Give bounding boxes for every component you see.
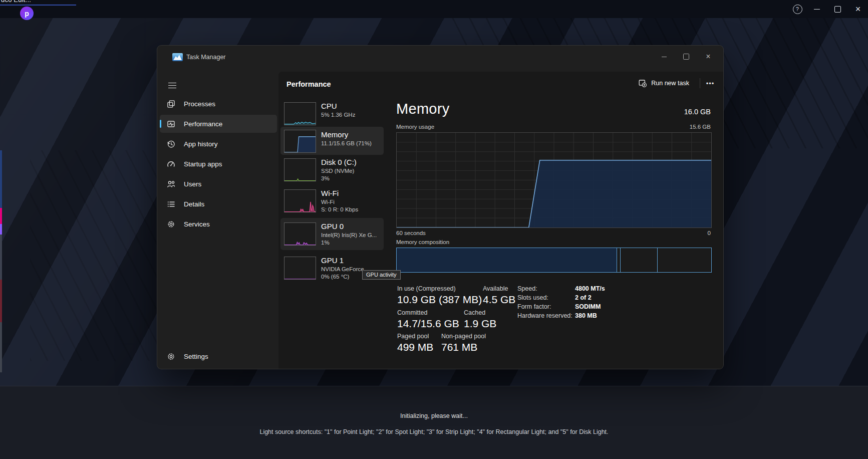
app-logo-letter: p [25,10,29,18]
help-button[interactable]: ? [787,0,807,18]
tm-maximize-button[interactable] [675,49,697,65]
app-history-icon [167,140,175,148]
edge-sliver [0,235,2,280]
edge-sliver [0,150,2,208]
gpu0-sparkline [284,222,316,246]
stat-label: Committed [397,309,427,316]
maximize-icon [683,54,689,60]
run-new-task-label: Run new task [651,80,689,87]
active-tab-underline [0,5,76,6]
composition-segment-in-use [397,248,617,272]
metric-detail: Wi-Fi [321,198,382,206]
sidebar-item-settings[interactable]: Settings [160,347,277,365]
users-icon [167,180,175,188]
memory-composition-label: Memory composition [396,239,449,245]
viewport-status-panel: Initializing, please wait... Light sourc… [0,386,868,459]
metric-title: Disk 0 (C:) [321,157,382,167]
metric-title: GPU 1 [321,256,382,266]
metric-title: GPU 0 [321,221,382,232]
app-titlebar: dco Edit... ? × [0,0,868,18]
close-icon: × [855,5,861,14]
maximize-icon [834,6,841,13]
gpu1-sparkline [284,257,316,280]
app-logo: p [20,7,34,20]
run-new-task-icon [639,79,647,87]
task-manager-app-icon [172,53,183,61]
detail-label: Speed: [517,285,537,292]
edge-sliver [0,322,2,372]
app-window-title: dco Edit... [1,0,31,4]
detail-label: Slots used: [517,294,548,301]
metric-detail: 11.1/15.6 GB (71%) [321,140,382,147]
app-maximize-button[interactable] [827,0,847,18]
stat-value: 499 MB [397,341,433,353]
sidebar-item-label: Processes [184,100,215,108]
task-manager-caption-buttons: × [653,49,719,65]
sidebar-item-startup-apps[interactable]: Startup apps [160,155,277,173]
metric-detail: 3% [321,175,382,182]
sidebar-item-label: App history [184,140,218,148]
stat-label: Cached [464,309,485,316]
performance-pane: Performance Run new task ••• CPU [278,72,723,369]
edge-sliver [0,208,2,224]
composition-segment-standby [621,248,658,272]
sidebar-item-label: Services [184,220,210,228]
metric-title: Memory [321,130,382,140]
metric-row-cpu[interactable]: CPU 5% 1.36 GHz [280,100,384,126]
metric-row-wifi[interactable]: Wi-Fi Wi-Fi S: 0 R: 0 Kbps [280,186,384,216]
sidebar-item-details[interactable]: Details [160,195,277,213]
tm-close-button[interactable]: × [697,49,719,65]
run-new-task-button[interactable]: Run new task [634,76,694,91]
memory-capacity: 16.0 GB [396,108,711,116]
metric-title: Wi-Fi [321,188,382,198]
stat-label: Available [483,285,508,292]
sidebar-item-label: Settings [184,353,208,360]
app-close-button[interactable]: × [848,0,868,18]
gear-icon [167,352,175,361]
tm-minimize-button[interactable] [653,49,675,65]
stat-value: 4.5 GB [483,294,515,306]
status-initializing: Initializing, please wait... [0,412,868,419]
stat-label: In use (Compressed) [397,285,456,292]
detail-value: 380 MB [575,312,597,319]
task-manager-title: Task Manager [186,54,226,61]
wifi-sparkline [284,189,316,212]
metric-detail: 1% [321,239,382,247]
help-icon: ? [793,5,802,14]
navigation-menu-button[interactable] [162,77,182,94]
page-title: Performance [286,80,331,88]
stat-label: Non-paged pool [441,333,486,340]
metric-detail: 5% 1.36 GHz [321,111,382,119]
detail-label: Hardware reserved: [517,312,572,319]
services-icon [167,220,175,228]
cpu-sparkline [284,102,316,125]
composition-segment-modified [617,248,621,272]
detail-value: 2 of 2 [575,294,592,301]
memory-sparkline [284,130,316,153]
stat-label: Paged pool [397,333,429,340]
minimize-icon [662,57,667,57]
sidebar-item-users[interactable]: Users [160,175,277,193]
stat-value: 10.9 GB (387 MB) [397,294,482,306]
metric-detail: S: 0 R: 0 Kbps [321,206,382,213]
disk-sparkline [284,158,316,181]
timeline-right-label: 0 [396,230,711,236]
edge-sliver [0,224,2,235]
gpu-activity-tooltip: GPU activity [362,270,401,280]
sidebar-item-services[interactable]: Services [160,215,277,233]
sidebar-item-app-history[interactable]: App history [160,135,277,153]
sidebar-item-processes[interactable]: Processes [160,95,277,113]
metric-row-gpu0[interactable]: GPU 0 Intel(R) Iris(R) Xe G... 1% [280,218,384,250]
sidebar-item-label: Startup apps [184,160,222,168]
app-minimize-button[interactable] [807,0,827,18]
sidebar-item-performance[interactable]: Performance [160,115,277,133]
metric-row-memory[interactable]: Memory 11.1/15.6 GB (71%) [280,127,384,155]
processes-icon [167,100,175,108]
toolbar-separator [700,78,700,88]
details-icon [167,200,175,208]
metric-title: CPU [321,101,382,111]
performance-icon [167,120,175,128]
more-options-button[interactable]: ••• [702,76,718,91]
sidebar-item-label: Details [184,200,204,208]
metric-row-disk0[interactable]: Disk 0 (C:) SSD (NVMe) 3% [280,155,384,185]
